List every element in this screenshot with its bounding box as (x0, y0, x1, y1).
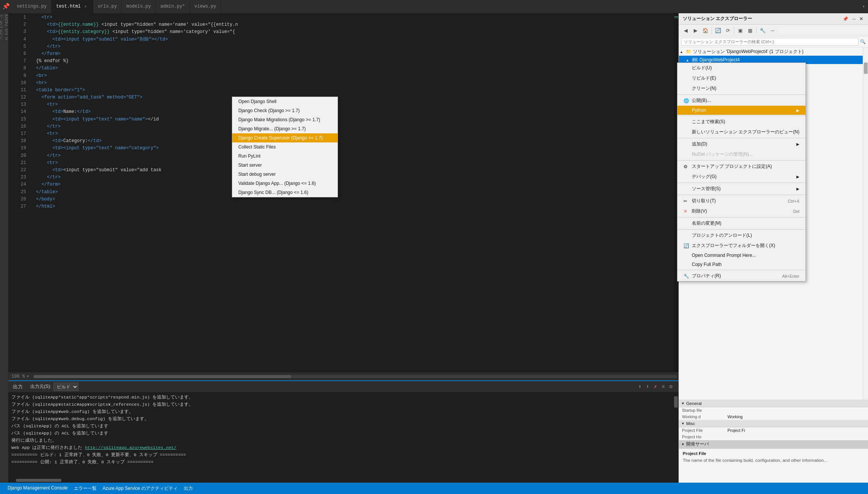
python-submenu-item-3[interactable]: Django Migrate... (Django >= 1.7) (232, 124, 338, 133)
python-submenu-item-10[interactable]: Django Sync DB... (Django <= 1.6) (232, 188, 338, 197)
se-filter-btn[interactable]: ▣ (736, 26, 745, 35)
tab-test-html[interactable]: test.html✕ (52, 0, 93, 13)
python-submenu-item-1[interactable]: Django Check (Django >= 1.7) (232, 106, 338, 115)
refresh-icon: 🔄 (683, 243, 690, 249)
tab-admin-py-[interactable]: admin.py* (156, 0, 190, 13)
python-submenu-item-6[interactable]: Run PyLint (232, 152, 338, 161)
line-number-7: 7 (8, 58, 26, 65)
se-home-btn[interactable]: 🏠 (701, 26, 710, 35)
fold-27 (31, 203, 36, 209)
se-cm-item-23[interactable]: プロジェクトのアンロード(L) (677, 230, 805, 241)
se-cm-item-24[interactable]: 🔄エクスプローラーでフォルダーを開く(X) (677, 241, 805, 251)
se-cm-item-19[interactable]: ✕削除(V)Del (677, 206, 805, 216)
fold-26 (31, 196, 36, 202)
status-tab-3[interactable]: 出力 (181, 485, 196, 492)
se-search-icon: 🔍 (860, 39, 866, 44)
status-tab-1[interactable]: エラー一覧 (71, 485, 100, 492)
fold-11 (31, 87, 36, 93)
se-cm-item-16[interactable]: ソース管理(S)▶ (677, 184, 805, 194)
tab-overflow-button[interactable]: ▾ (859, 4, 868, 9)
code-text-4: <td><input type="submit" value="削除"></td… (36, 36, 673, 43)
output-body[interactable]: ファイル (sqliteApp*static*app*scripts*respo… (8, 392, 673, 478)
code-line-16: </tr> (29, 123, 674, 130)
code-content[interactable]: <tr> <td>{{entity.name}} <input type="hi… (29, 13, 674, 372)
output-clear-btn[interactable]: ✗ (652, 383, 658, 391)
tab-label: models.py (126, 4, 151, 9)
se-general-section[interactable]: ▼ General (679, 400, 868, 407)
python-submenu-item-2[interactable]: Django Make Migrations (Django >= 1.7) (232, 115, 338, 124)
se-wrench-btn[interactable]: 🔧 (758, 26, 767, 35)
se-cm-item-25[interactable]: Open Command Prompt Here... (677, 251, 805, 260)
line-number-5: 5 (8, 43, 26, 50)
status-tab-0[interactable]: Django Management Console (5, 485, 71, 491)
cm-separator-12 (677, 160, 805, 161)
line-number-14: 14 (8, 108, 26, 116)
se-cm-item-2[interactable]: クリーン(N) (677, 83, 805, 94)
se-cm-item-26[interactable]: Copy Full Path (677, 260, 805, 269)
se-cm-item-8[interactable]: 新しいソリューション エクスプローラーのビュー(N) (677, 127, 805, 137)
se-cm-item-7[interactable]: ここまで検索(S) (677, 117, 805, 127)
fold-23 (31, 174, 36, 180)
se-devserver-section[interactable]: ▼ 開発サーバ (679, 440, 868, 449)
se-cm-item-28[interactable]: 🔧プロパティ(R)Alt+Enter (677, 271, 805, 281)
tab-urls-py[interactable]: urls.py (93, 0, 122, 13)
python-submenu-item-5[interactable]: Collect Static Files (232, 142, 338, 152)
output-link[interactable]: http://sqliteapp.azurewebsites.net/ (85, 445, 177, 450)
se-cm-item-4[interactable]: 🌐公開(B)... (677, 95, 805, 106)
se-back-btn[interactable]: ◀ (681, 26, 690, 35)
se-refresh-toolbar-btn[interactable]: 🔄 (713, 26, 723, 35)
se-cm-item-21[interactable]: 名前の変更(M) (677, 218, 805, 228)
se-forward-btn[interactable]: ▶ (691, 26, 700, 35)
code-text-18: <td>Category:</td> (36, 138, 673, 145)
se-context-menu[interactable]: ビルド(U) リビルド(E) クリーン(N)🌐公開(B)... Python▶ … (677, 63, 806, 281)
activity-bar: ソリューションエクスプローラー (0, 13, 8, 483)
output-row: ファイル (sqliteApp*static*app*scripts*respo… (8, 392, 679, 483)
python-submenu-item-8[interactable]: Start debug server (232, 170, 338, 179)
python-submenu-item-7[interactable]: Start server (232, 161, 338, 170)
zoom-indicator: 100 % ▾ (8, 374, 32, 379)
line-number-3: 3 (8, 28, 26, 36)
tab-close-btn[interactable]: ✕ (83, 4, 88, 9)
tab-settings-py[interactable]: settings.py (12, 0, 52, 13)
se-filter2-btn[interactable]: ▦ (746, 26, 755, 35)
code-line-25: </table> (29, 189, 674, 196)
tab-models-py[interactable]: models.py (122, 0, 156, 13)
python-submenu[interactable]: Open Django ShellDjango Check (Django >=… (232, 97, 338, 197)
se-cm-item-5[interactable]: Python▶ (677, 106, 805, 115)
code-text-21: <tr> (36, 159, 673, 167)
se-cm-item-0[interactable]: ビルド(U) (677, 63, 805, 73)
se-pin-icon[interactable]: 📌 (841, 16, 849, 22)
output-wrap-btn[interactable]: ≡ (660, 383, 666, 391)
output-scroll-down-btn[interactable]: ⬇ (644, 383, 651, 391)
zoom-dropdown-arrow[interactable]: ▾ (27, 374, 29, 379)
se-cm-item-10[interactable]: 追加(D)▶ (677, 139, 805, 149)
se-solution-node[interactable]: ▴ 📁 ソリューション 'DjangoWebProject4' (1 プロジェク… (679, 47, 863, 56)
python-submenu-item-0[interactable]: Open Django Shell (232, 97, 338, 106)
code-line-20: </tr> (29, 152, 674, 159)
cm-label-19: 削除(V) (692, 208, 707, 214)
cm-label-28: プロパティ(R) (692, 273, 721, 279)
output-options-btn[interactable]: ⚙ (668, 383, 674, 391)
python-submenu-item-4[interactable]: Django Create Superuser (Django >= 1.7) (232, 133, 338, 142)
python-submenu-item-9[interactable]: Validate Django App... (Django <= 1.6) (232, 179, 338, 188)
output-source-select[interactable]: ビルド (53, 383, 78, 391)
se-sync-btn[interactable]: ⟳ (723, 26, 732, 35)
code-line-10: <hr> (29, 80, 674, 87)
line-number-25: 25 (8, 189, 26, 196)
se-cm-item-14[interactable]: デバッグ(G)▶ (677, 172, 805, 182)
se-cm-item-1[interactable]: リビルド(E) (677, 73, 805, 83)
tab-label: views.py (194, 4, 216, 9)
code-text-10: <hr> (36, 80, 673, 87)
se-misc-section[interactable]: ▼ Misc (679, 420, 868, 427)
se-search-input[interactable] (681, 38, 859, 45)
se-cm-item-13[interactable]: ⚙スタートアップ プロジェクトに設定(A) (677, 161, 805, 172)
line-number-27: 27 (8, 203, 26, 210)
status-tab-2[interactable]: Azure App Service のアクティビティ (100, 485, 181, 492)
se-minus-icon[interactable]: ─ (851, 16, 857, 22)
se-cm-item-18[interactable]: ✂切り取り(T)Ctrl+X (677, 196, 805, 206)
output-scroll-up-btn[interactable]: ⬆ (637, 383, 643, 391)
se-close-icon[interactable]: ✕ (858, 16, 864, 22)
se-titlebar-icons: 📌 ─ ✕ (841, 16, 864, 22)
tab-views-py[interactable]: views.py (190, 0, 221, 13)
se-minus-toolbar-btn[interactable]: ─ (768, 26, 777, 35)
